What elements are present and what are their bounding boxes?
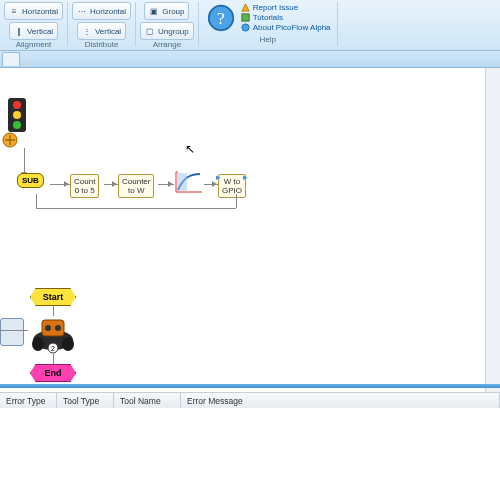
vertical-scrollbar[interactable] [485,68,500,438]
tab-strip [0,51,500,68]
svg-point-16 [45,325,51,331]
group-label-arrange: Arrange [153,40,181,50]
group-label-help: Help [199,35,337,45]
node-sub[interactable]: SUB [17,176,44,185]
ungroup-button[interactable]: ▢Ungroup [140,22,194,40]
svg-text:?: ? [217,8,225,28]
align-horizontal-button[interactable]: ≡Horizontal [4,2,63,20]
node-counter-to-w[interactable]: Counter to W [118,174,154,198]
tutorials-link[interactable]: Tutorials [241,13,331,22]
node-count[interactable]: Count 0 to 5 [70,174,99,198]
node-sensor[interactable] [0,318,24,346]
node-start[interactable]: Start [30,288,76,306]
svg-text:2: 2 [51,345,55,352]
dist-v-icon: ⋮ [82,26,92,36]
col-error-message[interactable]: Error Message [181,393,500,409]
group-label-alignment: Alignment [16,40,52,50]
node-w-to-gpio[interactable]: W to GPIO▸▸ [218,174,246,198]
col-tool-name[interactable]: Tool Name [114,393,181,409]
col-error-type[interactable]: Error Type [0,393,57,409]
distribute-vertical-button[interactable]: ⋮Vertical [77,22,126,40]
warning-icon [241,3,250,12]
dist-h-icon: ⋯ [77,6,87,16]
arrow-icon [168,181,173,187]
align-vertical-button[interactable]: ‖Vertical [9,22,58,40]
ribbon-group-arrange: ▣Group ▢Ungroup Arrange [136,2,199,46]
svg-point-6 [13,101,21,109]
connector [36,208,236,209]
svg-rect-11 [177,173,187,191]
ribbon-group-help: ? Report Issue Tutorials About PicoFlow … [199,2,338,46]
port-icon: ▸ [216,172,221,182]
cursor-icon: ↖ [185,142,195,156]
flow-canvas[interactable]: SUB Count 0 to 5 Counter to W W to GPIO▸… [0,68,500,438]
align-v-icon: ‖ [14,26,24,36]
node-start-traffic[interactable] [0,96,34,148]
ribbon: ≡Horizontal ‖Vertical Alignment ⋯Horizon… [0,0,500,51]
svg-rect-3 [242,14,249,21]
help-icon[interactable]: ? [207,4,235,32]
report-issue-link[interactable]: Report Issue [241,3,331,12]
ribbon-group-distribute: ⋯Horizontal ⋮Vertical Distribute [68,2,136,46]
canvas-tab[interactable] [2,52,20,66]
info-icon [241,23,250,32]
svg-point-14 [62,337,74,351]
col-tool-type[interactable]: Tool Type [57,393,114,409]
arrow-icon [64,181,69,187]
connector [236,194,237,208]
svg-point-13 [32,337,44,351]
error-list-body [0,408,500,500]
node-delay-chart[interactable] [174,170,204,198]
group-button[interactable]: ▣Group [144,2,189,20]
book-icon [241,13,250,22]
distribute-horizontal-button[interactable]: ⋯Horizontal [72,2,131,20]
svg-point-17 [55,325,61,331]
svg-point-8 [13,121,21,129]
connector [0,330,28,331]
port-icon: ▸ [243,172,248,182]
arrow-icon [112,181,117,187]
group-icon: ▣ [149,6,159,16]
node-robot[interactable]: 2 [28,314,78,354]
panel-splitter[interactable] [0,384,500,388]
group-label-distribute: Distribute [85,40,119,50]
ribbon-group-alignment: ≡Horizontal ‖Vertical Alignment [0,2,68,46]
node-end[interactable]: End [30,364,76,382]
connector [36,194,37,208]
svg-marker-2 [242,4,249,11]
ungroup-icon: ▢ [145,26,155,36]
about-link[interactable]: About PicoFlow Alpha [241,23,331,32]
align-h-icon: ≡ [9,6,19,16]
svg-point-7 [13,111,21,119]
svg-point-4 [242,24,249,31]
